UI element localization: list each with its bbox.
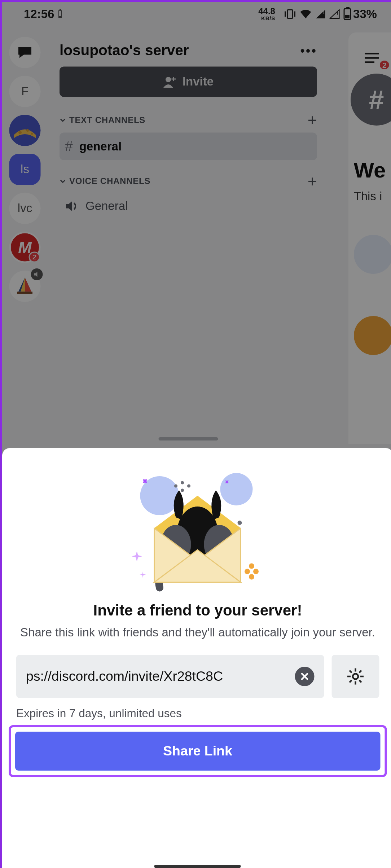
voice-channels-header[interactable]: VOICE CHANNELS [60, 176, 150, 186]
server-title[interactable]: losupotao's server [60, 42, 189, 59]
svg-point-26 [249, 574, 254, 580]
description-text-partial: This i [353, 189, 382, 203]
voice-channel-label: General [85, 199, 128, 213]
invite-button[interactable]: Invite [60, 67, 317, 97]
status-time: 12:56 [24, 7, 54, 21]
signal-2-icon: ! [329, 9, 340, 19]
svg-point-14 [220, 473, 253, 505]
link-settings-button[interactable] [331, 655, 379, 698]
svg-point-23 [245, 569, 250, 574]
svg-rect-8 [17, 292, 32, 294]
welcome-text-partial: We [353, 158, 386, 183]
svg-rect-0 [287, 10, 293, 18]
low-battery-icon [58, 10, 62, 18]
share-link-label: Share Link [163, 743, 232, 759]
network-speed: 44.8 KB/S [258, 7, 275, 21]
gear-icon [346, 667, 364, 685]
muted-icon [31, 268, 43, 280]
speaker-icon [65, 200, 79, 212]
chevron-down-icon [60, 117, 66, 123]
suggestion-icon-2 [353, 316, 391, 355]
status-bar: 12:56 44.8 KB/S ! ! [2, 2, 391, 26]
invite-link-field[interactable]: ps://discord.com/invite/Xr28tC8C [16, 655, 324, 698]
channel-panel: losupotao's server ••• Invite TEXT CHANN… [51, 34, 326, 445]
svg-point-24 [253, 569, 259, 574]
svg-point-17 [187, 485, 190, 488]
svg-line-32 [349, 670, 351, 672]
svg-point-25 [249, 564, 254, 569]
hash-icon: # [65, 138, 73, 155]
server-m[interactable]: M 2 [9, 232, 41, 263]
voice-channel-general[interactable]: General [60, 194, 317, 219]
invite-person-icon [163, 76, 177, 88]
add-text-channel-icon[interactable]: + [308, 111, 317, 130]
svg-point-5 [18, 131, 22, 134]
chat-peek: 2 # We This i [348, 32, 391, 444]
sheet-subtitle: Share this link with friends and they'll… [20, 624, 375, 641]
dm-button[interactable] [9, 37, 41, 68]
svg-line-34 [359, 670, 361, 672]
server-ls-selected[interactable]: ls [9, 154, 41, 185]
clear-icon[interactable] [295, 667, 314, 686]
vibrate-icon [284, 9, 296, 19]
expires-text: Expires in 7 days, unlimited uses [16, 707, 182, 720]
svg-text:!: ! [323, 9, 325, 16]
invite-link-text: ps://discord.com/invite/Xr28tC8C [26, 668, 223, 684]
svg-point-16 [181, 481, 184, 485]
svg-point-7 [31, 133, 33, 135]
channel-general[interactable]: # general [60, 133, 317, 161]
server-m-badge: 2 [29, 252, 40, 263]
invite-button-label: Invite [183, 75, 214, 89]
channel-label: general [79, 139, 122, 153]
chevron-down-icon [60, 178, 66, 185]
add-voice-channel-icon[interactable]: + [308, 172, 317, 190]
server-f[interactable]: F [9, 76, 41, 107]
suggestion-icon-1 [353, 235, 391, 274]
battery-percent: 33% [353, 7, 377, 21]
server-lvc[interactable]: lvc [9, 193, 41, 224]
gesture-bar[interactable] [154, 865, 241, 868]
server-sail[interactable] [9, 271, 41, 302]
channel-hash-icon: # [350, 74, 391, 126]
invite-illustration [122, 463, 273, 593]
svg-point-18 [181, 489, 184, 492]
share-link-button[interactable]: Share Link [15, 732, 380, 771]
wifi-icon [299, 9, 312, 19]
more-icon[interactable]: ••• [300, 43, 317, 58]
svg-point-15 [174, 485, 177, 488]
battery-icon [343, 8, 351, 20]
share-highlight: Share Link [9, 725, 387, 777]
svg-point-9 [166, 77, 171, 82]
signal-1-icon: ! [315, 9, 326, 19]
svg-line-35 [349, 680, 351, 682]
svg-point-27 [352, 674, 358, 679]
menu-badge: 2 [378, 60, 390, 70]
text-channels-header[interactable]: TEXT CHANNELS [60, 115, 145, 125]
svg-text:!: ! [336, 10, 338, 16]
menu-icon[interactable] [363, 52, 379, 64]
sheet-title: Invite a friend to your server! [93, 602, 302, 619]
invite-sheet: Invite a friend to your server! Share th… [2, 448, 391, 868]
svg-point-6 [26, 129, 29, 132]
svg-point-19 [238, 521, 242, 525]
grabber[interactable] [159, 437, 218, 440]
server-cheese[interactable] [9, 115, 41, 146]
svg-line-33 [359, 680, 361, 682]
